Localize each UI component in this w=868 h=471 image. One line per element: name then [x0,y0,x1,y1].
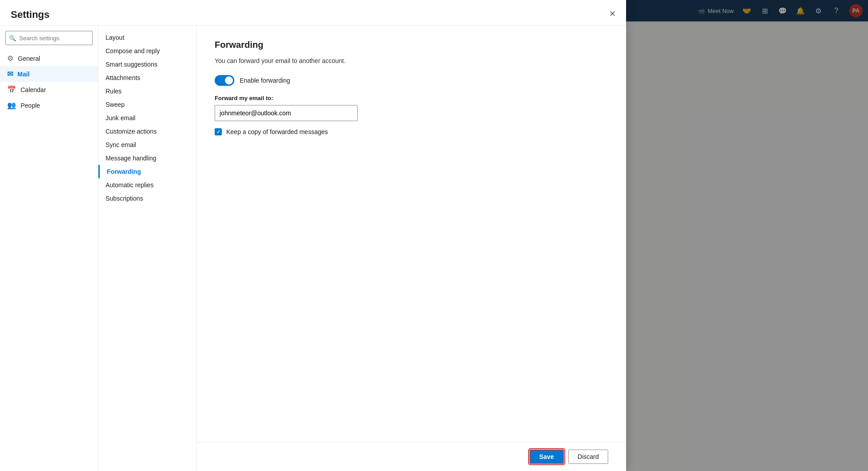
settings-body: 🔍 ⚙ General ✉ Mail 📅 Calendar 👥 People [0,25,626,471]
middle-nav-sync-email[interactable]: Sync email [98,138,196,151]
middle-nav-layout[interactable]: Layout [98,31,196,44]
settings-nav-general[interactable]: ⚙ General [0,50,98,66]
settings-left-nav: 🔍 ⚙ General ✉ Mail 📅 Calendar 👥 People [0,25,98,471]
forwarding-content: Forwarding You can forward your email to… [197,25,626,471]
search-settings-container: 🔍 [5,31,93,45]
save-button[interactable]: Save [529,450,564,464]
enable-forwarding-row: Enable forwarding [215,75,608,86]
middle-nav-message-handling[interactable]: Message handling [98,151,196,165]
forwarding-footer: Save Discard [197,442,626,471]
search-settings-input[interactable] [5,31,93,45]
forward-email-input[interactable] [215,105,358,121]
settings-nav-calendar[interactable]: 📅 Calendar [0,82,98,97]
middle-nav-customize-actions[interactable]: Customize actions [98,125,196,138]
close-button[interactable]: ✕ [605,7,619,21]
enable-forwarding-label: Enable forwarding [240,77,290,84]
middle-nav-smart-suggestions[interactable]: Smart suggestions [98,58,196,71]
middle-nav-compose-reply[interactable]: Compose and reply [98,44,196,58]
discard-button[interactable]: Discard [568,450,608,464]
middle-nav-attachments[interactable]: Attachments [98,71,196,84]
keep-copy-row: Keep a copy of forwarded messages [215,128,608,135]
people-icon: 👥 [7,101,16,109]
settings-nav-mail[interactable]: ✉ Mail [0,66,98,82]
keep-copy-label: Keep a copy of forwarded messages [226,128,328,135]
general-icon: ⚙ [7,54,13,63]
calendar-icon: 📅 [7,85,16,94]
settings-panel: Settings ✕ 🔍 ⚙ General ✉ Mail 📅 Calendar [0,0,626,471]
enable-forwarding-toggle[interactable] [215,75,234,86]
search-settings-icon: 🔍 [9,35,16,42]
settings-middle-nav: Layout Compose and reply Smart suggestio… [98,25,197,471]
middle-nav-rules[interactable]: Rules [98,84,196,98]
middle-nav-subscriptions[interactable]: Subscriptions [98,192,196,205]
middle-nav-junk-email[interactable]: Junk email [98,111,196,125]
forwarding-title: Forwarding [215,40,608,50]
forwarding-description: You can forward your email to another ac… [215,57,608,64]
middle-nav-automatic-replies[interactable]: Automatic replies [98,178,196,192]
keep-copy-checkbox[interactable] [215,128,222,135]
settings-nav-people[interactable]: 👥 People [0,97,98,113]
middle-nav-forwarding[interactable]: Forwarding [98,165,196,178]
forward-to-label: Forward my email to: [215,95,608,101]
settings-title: Settings [0,0,626,25]
mail-icon: ✉ [7,70,13,78]
middle-nav-sweep[interactable]: Sweep [98,98,196,111]
